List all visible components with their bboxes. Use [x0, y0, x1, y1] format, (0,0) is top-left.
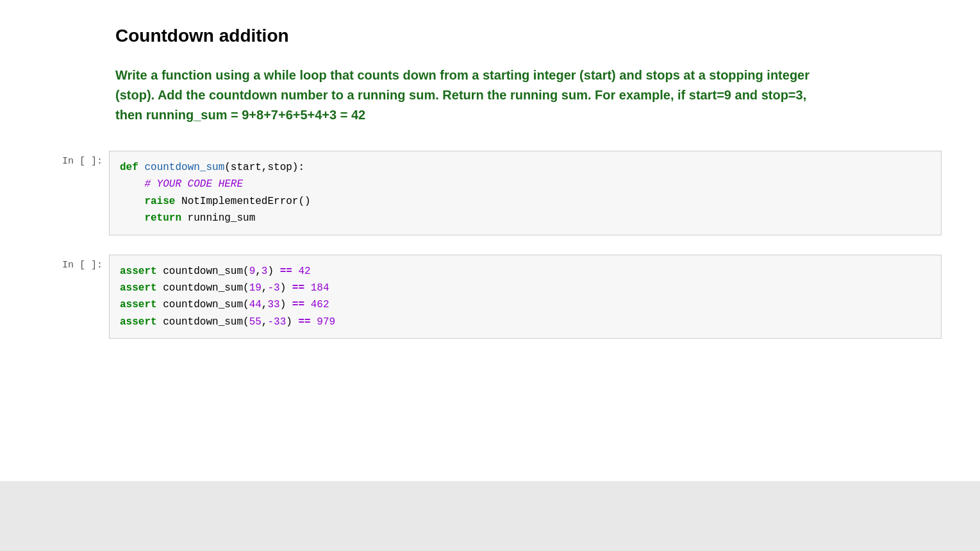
page-heading: Countdown addition — [115, 26, 942, 46]
notebook-container: Countdown addition Write a function usin… — [0, 0, 980, 468]
code-cell-1[interactable]: In [ ]: def countdown_sum(start,stop): #… — [38, 151, 942, 235]
cell-label-1: In [ ]: — [38, 151, 109, 167]
bottom-bar — [0, 481, 980, 551]
code-block-2[interactable]: assert countdown_sum(9,3) == 42 assert c… — [109, 255, 942, 339]
problem-description: Write a function using a while loop that… — [115, 65, 820, 125]
code-block-1[interactable]: def countdown_sum(start,stop): # YOUR CO… — [109, 151, 942, 235]
cell-section: Countdown addition Write a function usin… — [0, 26, 980, 339]
code-cell-2[interactable]: In [ ]: assert countdown_sum(9,3) == 42 … — [38, 255, 942, 339]
cell-label-2: In [ ]: — [38, 255, 109, 271]
